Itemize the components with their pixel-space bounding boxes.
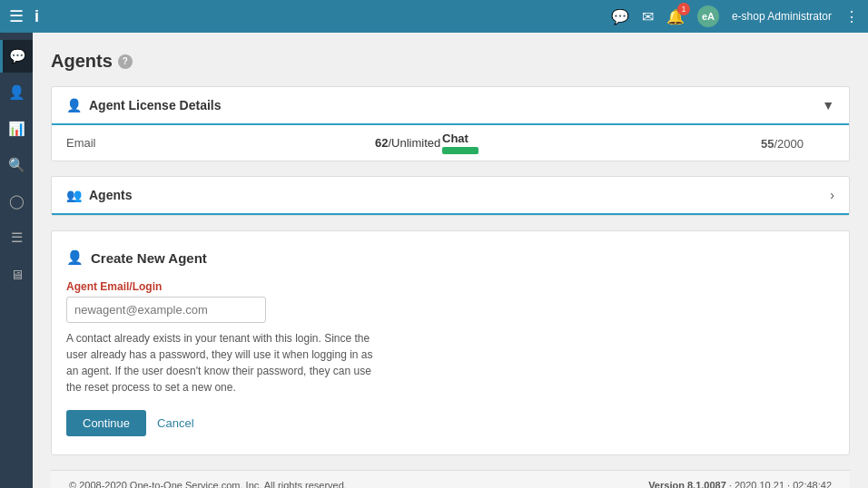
content-area: Agents ? 👤 Agent License Details ▼ Email… <box>33 33 868 488</box>
sidebar-item-contacts[interactable]: 👤 <box>0 76 33 109</box>
version-info: Version 8.1.0087 · 2020.10.21 · 02:48:42 <box>648 480 832 488</box>
user-avatar[interactable]: eA <box>697 5 719 27</box>
collapse-icon[interactable]: ▼ <box>822 98 834 112</box>
sidebar-item-reports[interactable]: 📊 <box>0 112 33 145</box>
form-actions: Continue Cancel <box>66 410 834 436</box>
continue-button[interactable]: Continue <box>66 410 146 436</box>
agent-license-card: 👤 Agent License Details ▼ Email 62/Unlim… <box>51 86 850 161</box>
chat-stat-wrap: Chat <box>442 132 478 154</box>
version-number: 8.1.0087 <box>687 480 726 488</box>
create-agent-icon: 👤 <box>66 249 84 266</box>
page-title: Agents ? <box>51 51 850 72</box>
hamburger-menu[interactable]: ☰ <box>9 6 24 26</box>
agent-license-title: Agent License Details <box>89 98 222 112</box>
mail-icon[interactable]: ✉ <box>642 8 654 25</box>
field-help-text: A contact already exists in your tenant … <box>66 330 375 395</box>
main-layout: 💬 👤 📊 🔍 ◯ ☰ 🖥 Agents ? <box>0 33 868 488</box>
page-title-text: Agents <box>51 51 113 72</box>
sidebar-item-list[interactable]: ☰ <box>0 221 33 254</box>
contacts-sidebar-icon: 👤 <box>8 84 25 101</box>
email-value: 62/Unlimited <box>375 136 440 150</box>
reports-sidebar-icon: 📊 <box>8 121 25 137</box>
help-icon[interactable]: ? <box>118 54 133 69</box>
sidebar: 💬 👤 📊 🔍 ◯ ☰ 🖥 <box>0 33 33 488</box>
agents-card-header[interactable]: 👥 Agents › <box>52 177 849 215</box>
agents-toggle-icon[interactable]: › <box>830 188 834 202</box>
search-sidebar-icon: 🔍 <box>8 157 25 173</box>
footer-top: © 2008-2020 One-to-One Service.com, Inc.… <box>69 480 832 488</box>
license-detail-row: Email 62/Unlimited Chat 55/2000 <box>52 125 849 161</box>
chat-sidebar-icon: 💬 <box>9 48 26 64</box>
user-group-icon: 👤 <box>66 98 82 112</box>
create-agent-section: 👤 Create New Agent Agent Email/Login A c… <box>52 231 849 454</box>
email-label: Email <box>66 136 139 150</box>
sidebar-item-circle[interactable]: ◯ <box>0 185 33 218</box>
notification-icon[interactable]: 🔔 1 <box>666 8 685 25</box>
page-footer: © 2008-2020 One-to-One Service.com, Inc.… <box>51 470 850 488</box>
chat-label: Chat <box>442 132 478 145</box>
agent-email-input[interactable] <box>66 297 266 323</box>
field-label: Agent Email/Login <box>66 280 834 293</box>
share-icon[interactable]: ⋮ <box>844 8 859 25</box>
monitor-sidebar-icon: 🖥 <box>10 267 24 282</box>
app-logo: i <box>35 7 39 26</box>
agents-group-icon: 👥 <box>66 188 82 202</box>
username-label: e-shop Administrator <box>732 10 832 23</box>
chat-icon[interactable]: 💬 <box>611 8 629 25</box>
version-label: Version <box>648 480 685 488</box>
create-agent-title-wrap: 👤 Create New Agent <box>66 249 834 266</box>
avatar-initials: eA <box>702 11 715 22</box>
list-sidebar-icon: ☰ <box>11 229 23 246</box>
notification-badge: 1 <box>677 3 690 15</box>
circle-sidebar-icon: ◯ <box>9 193 25 210</box>
create-agent-card: 👤 Create New Agent Agent Email/Login A c… <box>51 230 850 455</box>
agents-title-wrap: 👥 Agents <box>66 188 132 202</box>
agents-title: Agents <box>89 188 132 202</box>
agent-license-header[interactable]: 👤 Agent License Details ▼ <box>52 87 849 125</box>
chat-usage-bar <box>442 147 478 154</box>
topnav-right: 💬 ✉ 🔔 1 eA e-shop Administrator ⋮ <box>611 5 859 27</box>
topnav-left: ☰ i <box>9 6 39 26</box>
sidebar-item-search[interactable]: 🔍 <box>0 149 33 181</box>
sidebar-item-chat[interactable]: 💬 <box>0 40 33 73</box>
top-navigation: ☰ i 💬 ✉ 🔔 1 eA e-shop Administrator ⋮ <box>0 0 868 33</box>
version-date: · 2020.10.21 · 02:48:42 <box>729 480 832 488</box>
agent-license-title-wrap: 👤 Agent License Details <box>66 98 222 112</box>
copyright-text: © 2008-2020 One-to-One Service.com, Inc.… <box>69 480 347 488</box>
chat-count: 55/2000 <box>761 136 804 150</box>
sidebar-item-monitor[interactable]: 🖥 <box>0 258 33 290</box>
cancel-button[interactable]: Cancel <box>157 416 193 430</box>
agents-card: 👥 Agents › <box>51 176 850 216</box>
create-agent-title: Create New Agent <box>91 250 207 266</box>
agent-email-field-group: Agent Email/Login A contact already exis… <box>66 280 834 395</box>
